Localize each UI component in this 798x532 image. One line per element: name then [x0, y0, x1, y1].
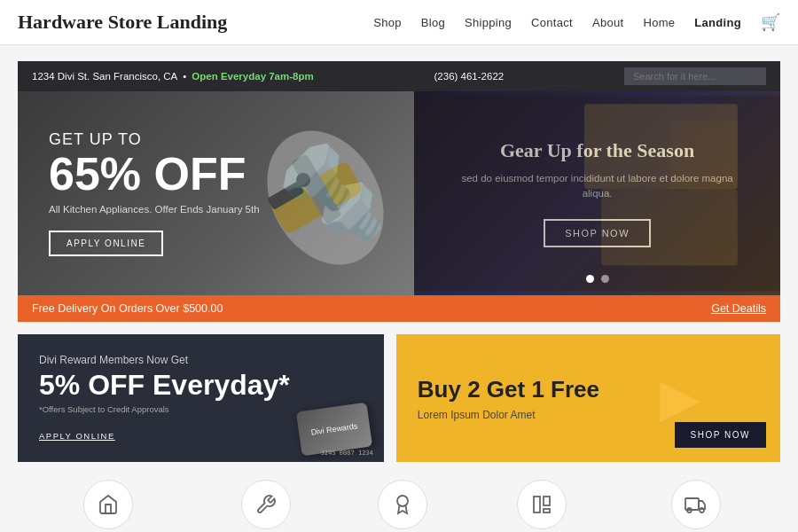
info-bar-left: 1234 Divi St. San Francisco, CA • Open E… [32, 71, 314, 82]
info-bar: 1234 Divi St. San Francisco, CA • Open E… [18, 61, 780, 91]
slider-dot-2[interactable] [601, 275, 609, 283]
installations-icon [241, 480, 291, 529]
promo-bar: Free Delivery On Orders Over $500.00 Get… [18, 295, 780, 322]
separator: • [183, 71, 186, 82]
drill-svg [219, 100, 396, 286]
promo-text: Free Delivery On Orders Over $500.00 [32, 302, 223, 315]
nav-blog[interactable]: Blog [421, 16, 445, 29]
icon-installations[interactable]: INSTALLATIONS [223, 480, 308, 532]
rewards-card-percent: 5% OFF Everyday* [39, 370, 363, 401]
hero-slider: GET UP TO 65% OFF All Kitchen Appliances… [18, 91, 780, 295]
divi-card-number: 3245 0087 1234 [321, 450, 373, 457]
shop-now-buy2-button[interactable]: SHOP NOW [675, 422, 766, 448]
divi-card-label: Divi Rewards [310, 422, 358, 437]
buy2-subtitle: Lorem Ipsum Dolor Amet [418, 409, 759, 421]
svg-rect-12 [544, 509, 550, 512]
nav-about[interactable]: About [592, 16, 623, 29]
svg-point-15 [700, 508, 704, 512]
header: Hardware Store Landing Shop Blog Shippin… [0, 0, 798, 45]
rewards-card-title: Divi Reward Members Now Get [39, 354, 363, 366]
buy2-arrow: ▶ [660, 372, 700, 425]
nav-shipping[interactable]: Shipping [465, 16, 512, 29]
divi-designers-icon [517, 480, 567, 529]
apply-online-rewards-button[interactable]: APPLY ONLINE [39, 431, 115, 441]
svg-rect-11 [544, 497, 550, 505]
cart-icon[interactable]: 🛒 [761, 12, 780, 32]
divi-rewards-card: Divi Rewards [296, 403, 372, 457]
hero-left-panel: GET UP TO 65% OFF All Kitchen Appliances… [18, 91, 414, 295]
svg-rect-7 [601, 189, 738, 265]
slider-dot-1[interactable] [586, 275, 594, 283]
apply-online-button[interactable]: APPLY ONLINE [49, 231, 163, 256]
icon-divi-designers[interactable]: DIVI DESIGNERS [497, 480, 587, 532]
hero-right-panel: Gear Up for the Season sed do eiusmod te… [414, 91, 780, 295]
icon-weekly-savings[interactable]: WEEKLY SAVINGS [61, 480, 156, 532]
site-logo: Hardware Store Landing [18, 11, 227, 34]
nav-home[interactable]: Home [643, 16, 675, 29]
main-nav: Shop Blog Shipping Contact About Home La… [373, 12, 780, 32]
buy2-card: ▶ Buy 2 Get 1 Free Lorem Ipsum Dolor Ame… [396, 334, 780, 462]
icon-row: WEEKLY SAVINGS INSTALLATIONS REWARDS [18, 480, 780, 532]
nav-contact[interactable]: Contact [531, 16, 573, 29]
nav-shop[interactable]: Shop [373, 16, 402, 29]
nav-landing[interactable]: Landing [694, 16, 741, 29]
icon-rewards[interactable]: REWARDS [376, 480, 429, 532]
slider-dots [586, 275, 609, 283]
truck-rental-icon [671, 480, 721, 529]
cards-row: Divi Reward Members Now Get 5% OFF Every… [18, 334, 780, 462]
store-hours: Open Everyday 7am-8pm [192, 71, 313, 82]
svg-point-9 [397, 496, 408, 506]
store-phone: (236) 461-2622 [434, 71, 505, 82]
icon-truck-rental[interactable]: TRUCK RENTAL [655, 480, 737, 532]
store-address: 1234 Divi St. San Francisco, CA [32, 71, 177, 82]
svg-rect-8 [669, 121, 738, 189]
promo-link[interactable]: Get Deatils [711, 302, 766, 315]
search-input[interactable] [624, 67, 766, 85]
rewards-card: Divi Reward Members Now Get 5% OFF Every… [18, 334, 384, 462]
weekly-savings-icon [83, 480, 133, 529]
main-content: 1234 Divi St. San Francisco, CA • Open E… [0, 45, 798, 532]
svg-rect-10 [534, 497, 540, 512]
hero-right-bg [414, 91, 780, 295]
rewards-icon [378, 480, 427, 529]
buy2-title: Buy 2 Get 1 Free [418, 376, 759, 403]
